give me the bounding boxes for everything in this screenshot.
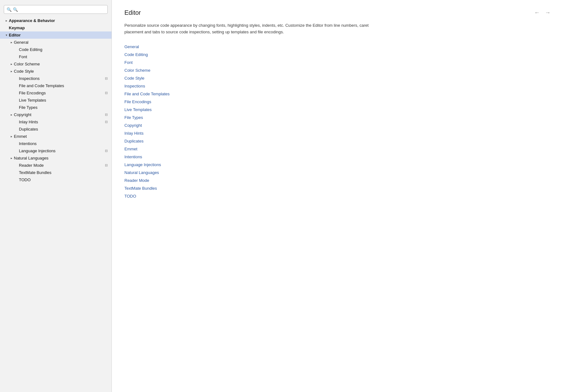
link-inlay-hints[interactable]: Inlay Hints [124,131,552,136]
sidebar-item-reader-mode[interactable]: ▸ Reader Mode ⊟ [0,162,111,169]
sidebar-item-label: Duplicates [19,127,38,132]
chevron-icon: ▸ [9,70,14,73]
sidebar-item-inspections[interactable]: ▸ Inspections ⊟ [0,75,111,82]
chevron-icon: ▾ [4,33,9,37]
link-todo[interactable]: TODO [124,194,552,199]
search-wrapper: 🔍 [0,3,111,17]
sidebar-item-label: File Types [19,105,37,110]
sidebar-item-label: Natural Languages [14,156,49,160]
link-language-injections[interactable]: Language Injections [124,162,552,167]
sidebar-item-emmet[interactable]: ▸ Emmet [0,133,111,140]
link-intentions[interactable]: Intentions [124,154,552,159]
sidebar-item-label: Reader Mode [19,163,44,168]
sidebar-item-code-editing[interactable]: ▸ Code Editing [0,46,111,53]
sidebar-item-label: Inlay Hints [19,120,38,124]
badge-icon: ⊟ [105,91,108,95]
chevron-icon: ▸ [9,113,14,116]
sidebar-item-file-types[interactable]: ▸ File Types [0,104,111,111]
chevron-icon: ▸ [9,41,14,44]
link-code-editing[interactable]: Code Editing [124,52,552,57]
sidebar-item-label: General [14,40,28,45]
chevron-icon: ▸ [4,19,9,22]
back-button[interactable]: ← [532,9,542,17]
badge-icon: ⊟ [105,149,108,153]
sidebar-item-code-style[interactable]: ▸ Code Style [0,68,111,75]
link-general[interactable]: General [124,44,552,49]
link-inspections[interactable]: Inspections [124,84,552,88]
sidebar-item-label: Appearance & Behavior [9,18,55,23]
sidebar-item-language-injections[interactable]: ▸ Language Injections ⊟ [0,147,111,154]
link-live-templates[interactable]: Live Templates [124,107,552,112]
sidebar-item-label: Keymap [9,25,25,30]
link-textmate-bundles[interactable]: TextMate Bundles [124,186,552,191]
chevron-icon: ▸ [9,135,14,138]
main-content-area: Editor ← → Personalize source code appea… [112,0,565,392]
sidebar-item-label: Font [19,54,27,59]
sidebar-item-textmate-bundles[interactable]: ▸ TextMate Bundles [0,169,111,176]
sidebar-item-label: Code Editing [19,47,42,52]
sidebar-item-font[interactable]: ▸ Font [0,53,111,60]
sidebar-item-file-encodings[interactable]: ▸ File Encodings ⊟ [0,89,111,97]
link-file-encodings[interactable]: File Encodings [124,99,552,104]
sidebar-item-label: Code Style [14,69,34,74]
link-file-and-code-templates[interactable]: File and Code Templates [124,92,552,96]
nav-arrows: ← → [532,9,552,17]
sidebar-item-duplicates[interactable]: ▸ Duplicates [0,126,111,133]
sidebar-item-label: Copyright [14,112,31,117]
sidebar-item-color-scheme[interactable]: ▸ Color Scheme [0,60,111,68]
chevron-icon: ▸ [9,156,14,160]
sidebar-item-label: File and Code Templates [19,83,64,88]
badge-icon: ⊟ [105,113,108,117]
search-icon: 🔍 [7,7,12,12]
link-color-scheme[interactable]: Color Scheme [124,68,552,73]
search-box[interactable]: 🔍 [4,5,108,14]
settings-sidebar: 🔍 ▸ Appearance & Behavior ▸ Keymap ▾ Edi… [0,0,112,392]
sidebar-item-todo[interactable]: ▸ TODO [0,176,111,183]
sidebar-item-keymap[interactable]: ▸ Keymap [0,24,111,31]
link-font[interactable]: Font [124,60,552,65]
link-code-style[interactable]: Code Style [124,76,552,81]
link-reader-mode[interactable]: Reader Mode [124,178,552,183]
sidebar-item-inlay-hints[interactable]: ▸ Inlay Hints ⊟ [0,118,111,126]
link-natural-languages[interactable]: Natural Languages [124,170,552,175]
sidebar-item-label: TextMate Bundles [19,170,51,175]
sidebar-item-label: Emmet [14,134,27,139]
sidebar-item-copyright[interactable]: ▸ Copyright ⊟ [0,111,111,118]
sidebar-item-natural-languages[interactable]: ▸ Natural Languages [0,154,111,162]
sidebar-item-label: Editor [9,33,21,37]
link-emmet[interactable]: Emmet [124,147,552,151]
page-title: Editor [124,9,141,16]
sidebar-nav: ▸ Appearance & Behavior ▸ Keymap ▾ Edito… [0,17,111,183]
link-file-types[interactable]: File Types [124,115,552,120]
search-input[interactable] [13,7,105,12]
sidebar-item-general[interactable]: ▸ General [0,39,111,46]
badge-icon: ⊟ [105,163,108,167]
link-duplicates[interactable]: Duplicates [124,139,552,143]
sidebar-item-label: File Encodings [19,91,46,95]
sidebar-item-label: TODO [19,177,31,182]
sidebar-item-label: Language Injections [19,148,55,153]
sidebar-item-intentions[interactable]: ▸ Intentions [0,140,111,147]
sidebar-item-label: Inspections [19,76,40,81]
sidebar-item-appearance-behavior[interactable]: ▸ Appearance & Behavior [0,17,111,24]
sidebar-item-live-templates[interactable]: ▸ Live Templates [0,97,111,104]
sidebar-item-editor[interactable]: ▾ Editor [0,31,111,39]
forward-button[interactable]: → [543,9,552,17]
sidebar-item-label: Color Scheme [14,62,40,66]
badge-icon: ⊟ [105,120,108,124]
sidebar-item-label: Intentions [19,141,37,146]
links-list: GeneralCode EditingFontColor SchemeCode … [124,44,552,199]
chevron-icon: ▸ [9,62,14,66]
main-header: Editor ← → [124,9,552,17]
editor-description: Personalize source code appearance by ch… [124,22,383,36]
sidebar-item-label: Live Templates [19,98,46,103]
sidebar-item-file-and-code-templates[interactable]: ▸ File and Code Templates [0,82,111,89]
badge-icon: ⊟ [105,76,108,81]
link-copyright[interactable]: Copyright [124,123,552,128]
settings-dialog: 🔍 ▸ Appearance & Behavior ▸ Keymap ▾ Edi… [0,0,565,392]
